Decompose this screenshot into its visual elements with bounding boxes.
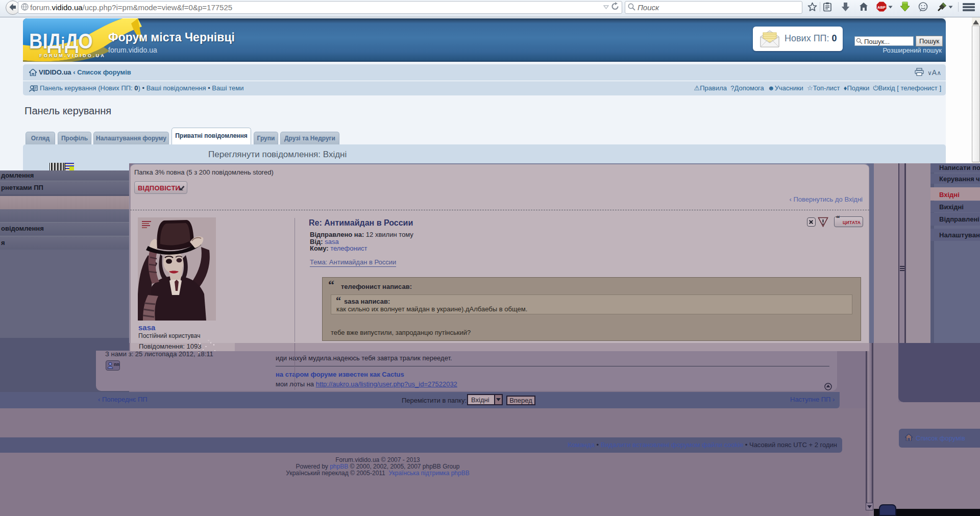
svg-text:ABP: ABP	[877, 5, 886, 10]
